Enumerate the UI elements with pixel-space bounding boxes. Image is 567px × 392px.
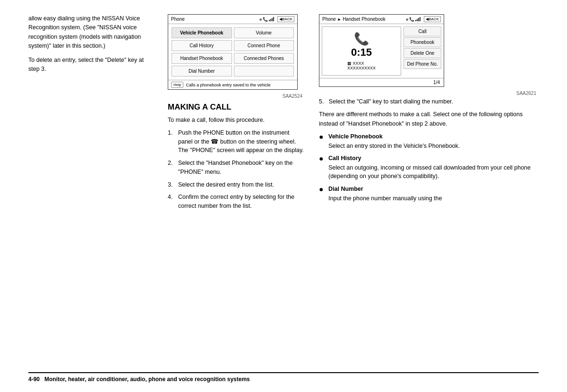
middle-column: Phone ⎈ 📞 ◀BACK [161, 14, 312, 372]
call-screen-body: 📞 0:15 ▦ XXXX XXXXXXXXXX Call Phonebook … [319, 24, 444, 78]
svg-rect-3 [273, 17, 274, 21]
screen1-header: Phone ⎈ 📞 ◀BACK [168, 15, 297, 24]
bullet-2-title: Call History [328, 154, 539, 163]
handset-phonebook-cell[interactable]: Handset Phonebook [172, 53, 232, 64]
caller-name: XXXX [353, 61, 364, 66]
screen1-footer-text: Calls a phonebook entry saved to the veh… [186, 83, 270, 87]
right-column: Phone ► Handset Phonebook ⎈ 📞 [312, 14, 539, 372]
step3-num: 3. [168, 180, 175, 189]
step-1: 1. Push the PHONE button on the instrume… [168, 128, 305, 155]
footer-description: Monitor, heater, air conditioner, audio,… [44, 376, 250, 383]
bullet-3-desc: Input the phone number manually using th… [328, 194, 539, 203]
step-3: 3. Select the desired entry from the lis… [168, 180, 305, 189]
svg-rect-4 [415, 20, 416, 21]
signal-bars-icon2 [415, 17, 422, 22]
bullet-dot-1: ● [319, 132, 325, 150]
steps-list: 1. Push the PHONE button on the instrume… [168, 128, 305, 211]
bullet-1-title: Vehicle Phonebook [328, 132, 539, 141]
bullet-1-content: Vehicle Phonebook Select an entry stored… [328, 132, 539, 150]
call-screen-diagram: Phone ► Handset Phonebook ⎈ 📞 [319, 14, 444, 87]
caller-number: XXXXXXXXXX [347, 66, 376, 70]
svg-rect-2 [272, 18, 273, 21]
bullet-dot-2: ● [319, 154, 325, 181]
svg-rect-1 [270, 19, 271, 21]
step3-text: Select the desired entry from the list. [178, 180, 274, 189]
footer-page-number: 4-90 [28, 376, 40, 383]
step1-text: Push the PHONE button on the instrument … [178, 128, 305, 155]
bullet-3-content: Dial Number Input the phone number manua… [328, 185, 539, 203]
dial-number-cell[interactable]: Dial Number [172, 66, 232, 77]
call-option-phonebook[interactable]: Phonebook [404, 37, 441, 47]
left-paragraph-2: To delete an entry, select the "Delete" … [28, 56, 151, 74]
step1-num: 1. [168, 128, 175, 155]
step5-text: 5. Select the "Call" key to start dialin… [319, 97, 539, 106]
phone-screen-diagram: Phone ⎈ 📞 ◀BACK [168, 14, 298, 90]
back-button[interactable]: ◀BACK [277, 16, 294, 22]
bullet-3-title: Dial Number [328, 185, 539, 194]
svg-rect-7 [420, 17, 421, 21]
vehicle-phonebook-cell[interactable]: Vehicle Phonebook [172, 27, 232, 38]
screen2-header: Phone ► Handset Phonebook ⎈ 📞 [319, 15, 444, 24]
sim-icon: ▦ [347, 61, 352, 66]
left-column: allow easy dialing using the NISSAN Voic… [28, 14, 161, 372]
screen1-footer: Help Calls a phonebook entry saved to th… [168, 80, 297, 89]
screen1-grid: Vehicle Phonebook Volume Call History Co… [168, 24, 297, 80]
saa1-label: SAA2524 [168, 92, 305, 100]
step2-num: 2. [168, 159, 175, 177]
signal-bars-icon [269, 17, 275, 22]
making-a-call-section: MAKING A CALL To make a call, follow thi… [168, 102, 305, 211]
bt-icon2: ⎈ [406, 17, 408, 22]
page-indicator: 1/4 [433, 80, 440, 85]
call-option-delete-one[interactable]: Delete One [404, 48, 441, 58]
bullet-vehicle-phonebook: ● Vehicle Phonebook Select an entry stor… [319, 132, 539, 150]
phone-call-icon: 📞 [354, 32, 369, 46]
methods-intro: There are different methods to make a ca… [319, 110, 539, 128]
bullet-2-desc: Select an outgoing, incoming or missed c… [328, 163, 539, 181]
screen1-title: Phone [171, 17, 185, 22]
right-text-content: 5. Select the "Call" key to start dialin… [319, 97, 539, 203]
bullet-dot-3: ● [319, 185, 325, 203]
page-footer: 4-90 Monitor, heater, air conditioner, a… [28, 372, 539, 383]
screen2-title: Phone ► Handset Phonebook [322, 17, 386, 22]
help-button[interactable]: Help [171, 82, 183, 88]
saa2-label: SAA2621 [319, 89, 539, 97]
call-info-panel: 📞 0:15 ▦ XXXX XXXXXXXXXX [322, 26, 401, 76]
call-option-del-phone[interactable]: Del Phone No. [404, 59, 441, 69]
call-options-panel: Call Phonebook Delete One Del Phone No. [404, 26, 441, 76]
screen2-icons: ⎈ 📞 ◀BACK [406, 16, 441, 22]
bullet-dial-number: ● Dial Number Input the phone number man… [319, 185, 539, 203]
breadcrumb-arrow-icon: ► [337, 17, 343, 22]
step4-num: 4. [168, 193, 175, 211]
caller-info: ▦ XXXX XXXXXXXXXX [347, 61, 376, 70]
screen1-icons: ⎈ 📞 ◀BACK [259, 16, 294, 22]
bullet-2-content: Call History Select an outgoing, incomin… [328, 154, 539, 181]
empty-cell [234, 66, 294, 77]
making-call-title: MAKING A CALL [168, 102, 305, 112]
connected-phones-cell[interactable]: Connected Phones [234, 53, 294, 64]
call-history-cell[interactable]: Call History [172, 40, 232, 51]
svg-rect-6 [418, 18, 419, 21]
step-2: 2. Select the "Handset Phonebook" key on… [168, 159, 305, 177]
step4-text: Confirm the correct entry by selecting f… [178, 193, 305, 211]
step5-content: Select the "Call" key to start dialing t… [329, 98, 453, 105]
volume-cell[interactable]: Volume [234, 27, 294, 38]
step-4: 4. Confirm the correct entry by selectin… [168, 193, 305, 211]
phone-signal-icon: 📞 [263, 17, 268, 22]
bluetooth-icon: ⎈ [259, 17, 262, 22]
bullet-1-desc: Select an entry stored in the Vehicle's … [328, 142, 539, 151]
back-button-2[interactable]: ◀BACK [424, 16, 441, 22]
making-call-intro: To make a call, follow this procedure. [168, 116, 305, 125]
bullet-list: ● Vehicle Phonebook Select an entry stor… [319, 132, 539, 203]
svg-rect-0 [269, 20, 270, 21]
call-option-call[interactable]: Call [404, 26, 441, 36]
svg-rect-5 [417, 19, 418, 21]
step5-num: 5. [319, 98, 324, 105]
phone-icon2: 📞 [409, 17, 414, 22]
step2-text: Select the "Handset Phonebook" key on th… [178, 159, 305, 177]
left-paragraph-1: allow easy dialing using the NISSAN Voic… [28, 14, 151, 51]
connect-phone-cell[interactable]: Connect Phone [234, 40, 294, 51]
call-timer: 0:15 [351, 46, 372, 59]
bullet-call-history: ● Call History Select an outgoing, incom… [319, 154, 539, 181]
screen2-footer: 1/4 [319, 78, 444, 86]
